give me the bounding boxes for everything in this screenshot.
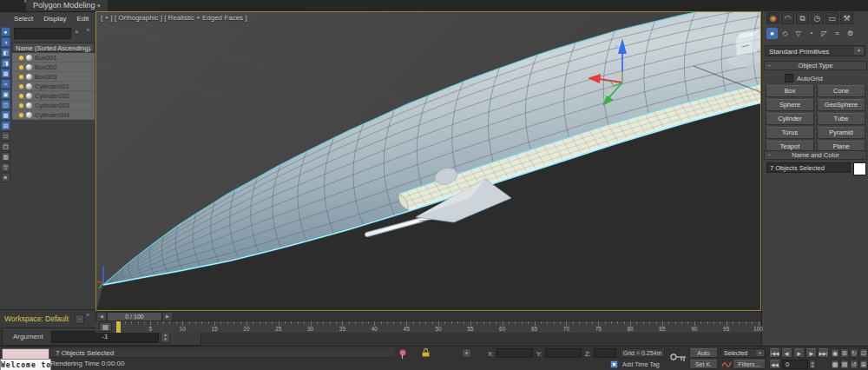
- object-type-button-geosphere[interactable]: GeoSphere: [817, 99, 865, 111]
- overflow-chevron-icon[interactable]: »: [86, 311, 89, 319]
- viewport-nav-icon[interactable]: ⊞: [840, 348, 849, 358]
- explorer-filter-icon[interactable]: ▽: [1, 162, 10, 172]
- z-coord-field[interactable]: [594, 348, 616, 358]
- object-type-button-cone[interactable]: Cone: [817, 85, 865, 97]
- next-frame-button[interactable]: ▶: [163, 313, 172, 320]
- track-bar[interactable]: ▦ 05101520253035404550556065707580859095…: [95, 320, 761, 333]
- mini-curve-editor-icon[interactable]: ▦: [99, 322, 112, 332]
- light-bulb-icon[interactable]: [19, 56, 23, 60]
- panel-tab-create-icon[interactable]: ◉: [766, 12, 779, 24]
- explorer-filter-icon[interactable]: ▩: [1, 110, 10, 120]
- explorer-filter-icon[interactable]: □: [1, 131, 10, 141]
- viewport-nav-icon[interactable]: ↻: [850, 348, 858, 358]
- object-type-button-cylinder[interactable]: Cylinder: [766, 113, 814, 125]
- workspace-selector[interactable]: Workspace: Default: [4, 314, 69, 323]
- object-type-button-sphere[interactable]: Sphere: [766, 99, 814, 111]
- clear-search-icon[interactable]: ×: [75, 28, 79, 36]
- category-shapes-icon[interactable]: ◇: [779, 28, 791, 39]
- menu-display[interactable]: Display: [43, 15, 66, 23]
- explorer-filter-icon[interactable]: ◑: [1, 37, 10, 47]
- key-step-button[interactable]: ◀◀: [769, 360, 780, 369]
- transport-button[interactable]: |◀◀: [769, 348, 780, 358]
- frame-ruler[interactable]: 0510152025303540455055606570758085909510…: [116, 321, 759, 333]
- argument-field[interactable]: -1: [51, 331, 159, 343]
- object-type-button-box[interactable]: Box: [766, 85, 814, 97]
- category-helpers-icon[interactable]: ◸: [819, 28, 830, 39]
- viewport-label[interactable]: [ + ] [ Orthographic ] [ Realistic + Edg…: [101, 14, 247, 22]
- maxscript-listener-field[interactable]: Welcome to: [0, 359, 51, 370]
- isolate-selection-icon[interactable]: [398, 349, 405, 359]
- scene-explorer-row[interactable]: Cylinder002: [12, 91, 95, 101]
- explorer-filter-icon[interactable]: ▤: [1, 121, 10, 130]
- viewport-nav-icon[interactable]: ◉: [831, 348, 839, 358]
- set-key-icon[interactable]: [670, 352, 687, 363]
- selection-set-dropdown[interactable]: Selected ▼: [720, 348, 766, 358]
- category-systems-icon[interactable]: ⚙: [845, 28, 856, 39]
- set-key-button[interactable]: Set K.: [689, 360, 718, 369]
- x-coord-field[interactable]: [496, 348, 533, 358]
- light-bulb-icon[interactable]: [19, 94, 23, 98]
- spinner-down-icon[interactable]: ▼: [164, 337, 168, 341]
- explorer-filter-icon[interactable]: ◫: [1, 100, 10, 109]
- collapse-icon[interactable]: −: [767, 151, 771, 160]
- light-bulb-icon[interactable]: [19, 103, 23, 108]
- selection-lock-icon[interactable]: [422, 348, 430, 358]
- object-type-rollout[interactable]: − Object Type: [764, 61, 867, 70]
- category-spacewarps-icon[interactable]: ≈: [832, 28, 843, 39]
- object-type-button-torus[interactable]: Torus: [766, 127, 814, 139]
- argument-spinner[interactable]: ▲ ▼: [161, 331, 170, 343]
- object-type-button-tube[interactable]: Tube: [817, 113, 865, 125]
- primitive-category-dropdown[interactable]: Standard Primitives ▼: [765, 45, 865, 56]
- scene-explorer-row[interactable]: Cylinder001: [12, 82, 95, 91]
- explorer-filter-icon[interactable]: ▢: [1, 142, 10, 151]
- panel-tab-hierarchy-icon[interactable]: ⧉: [796, 12, 809, 24]
- absolute-mode-toggle-icon[interactable]: +: [462, 348, 471, 358]
- category-geometry-icon[interactable]: ●: [766, 28, 778, 39]
- key-filters-curve-icon[interactable]: [721, 360, 732, 368]
- explorer-sort-header[interactable]: Name (Sorted Ascending) ▲: [12, 43, 95, 52]
- spinner-down-icon[interactable]: ▼: [811, 365, 814, 368]
- transport-button[interactable]: |▶: [806, 348, 817, 358]
- viewport-nav-icon[interactable]: ▦: [831, 360, 839, 369]
- current-frame-marker[interactable]: [116, 321, 121, 333]
- scene-explorer-row[interactable]: Box003: [12, 72, 95, 82]
- viewport[interactable]: [ + ] [ Orthographic ] [ Realistic + Edg…: [95, 11, 761, 311]
- viewport-nav-icon[interactable]: ▤: [840, 360, 849, 369]
- viewport-nav-icon[interactable]: ⊡: [859, 348, 868, 358]
- light-bulb-icon[interactable]: [19, 113, 23, 117]
- previous-frame-button[interactable]: ◀: [97, 313, 106, 320]
- transport-button[interactable]: ◀|: [781, 348, 792, 358]
- light-bulb-icon[interactable]: [19, 65, 23, 69]
- tab-polygon-modeling[interactable]: Polygon Modeling ▾: [26, 0, 108, 11]
- category-lights-icon[interactable]: ▽: [792, 28, 804, 39]
- viewport-nav-icon[interactable]: ↺: [850, 360, 858, 369]
- transport-button[interactable]: ▶: [793, 348, 805, 358]
- workspace-collapse-button[interactable]: -: [75, 314, 84, 324]
- search-input[interactable]: [14, 28, 71, 39]
- explorer-filter-icon[interactable]: ●: [1, 27, 10, 36]
- explorer-filter-icon[interactable]: ≈: [1, 79, 10, 89]
- object-name-field[interactable]: 7 Objects Selected: [766, 162, 851, 173]
- panel-tab-modify-icon[interactable]: ◠: [781, 12, 794, 24]
- current-frame-field[interactable]: 0: [782, 360, 808, 369]
- panel-tab-display-icon[interactable]: ▭: [825, 12, 838, 24]
- object-type-button-pyramid[interactable]: Pyramid: [817, 127, 865, 139]
- object-color-swatch[interactable]: [853, 162, 866, 175]
- explorer-filter-icon[interactable]: ◨: [1, 58, 10, 68]
- panel-tab-motion-icon[interactable]: ◷: [811, 12, 824, 24]
- menu-edit[interactable]: Edit: [76, 15, 89, 23]
- transport-button[interactable]: ▶▶|: [818, 348, 829, 358]
- collapse-icon[interactable]: −: [767, 62, 771, 70]
- scene-explorer-row[interactable]: Box001: [12, 53, 95, 63]
- overflow-chevron-icon[interactable]: »: [86, 26, 89, 34]
- explorer-filter-icon[interactable]: ◧: [1, 48, 10, 57]
- viewport-3d-scene[interactable]: zx: [96, 12, 760, 310]
- scene-explorer-row[interactable]: Box002: [12, 63, 95, 72]
- explorer-filter-icon[interactable]: ▦: [1, 69, 10, 78]
- light-bulb-icon[interactable]: [19, 84, 23, 89]
- explorer-filter-icon[interactable]: ▣: [1, 89, 10, 99]
- viewport-nav-icon[interactable]: ⊠: [859, 360, 868, 369]
- light-bulb-icon[interactable]: [19, 75, 23, 79]
- panel-tab-utilities-icon[interactable]: ⚒: [840, 12, 853, 24]
- filters-button[interactable]: Filters...: [733, 360, 766, 369]
